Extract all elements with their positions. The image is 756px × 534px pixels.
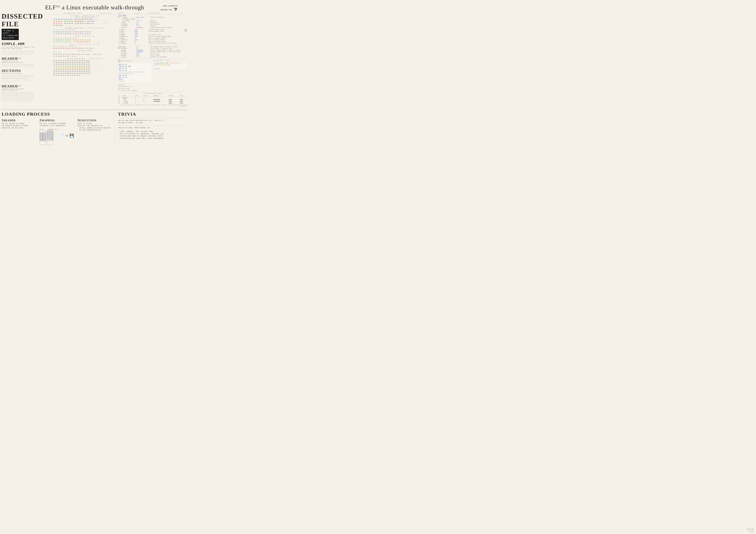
loading-step3: 3 EXECUTION ENTRY IS CALLED SYSCALLS* AR… (77, 118, 113, 145)
section2-fields: 2 p_type1***THE SEGMENT SHOULD BE LOADED… (118, 46, 187, 58)
loading-section: LOADING PROCESS 1 HEADER THE ELF HEADER … (2, 112, 113, 145)
strings-val-text: 'Hello World\n', 0 (118, 86, 132, 87)
sht-col-flags: FLAGS (143, 95, 152, 97)
sht-row-1-address: 0x8000060 (152, 99, 168, 100)
sht-row-1-offset: 0x60 (168, 99, 179, 100)
step2-heading: 2 MAPPING (40, 118, 75, 123)
asm-line8: svc 0 (119, 79, 151, 80)
sht-row-2-address: 0x8000080 (152, 100, 168, 102)
load-seg-label: LOAD Segment (42, 133, 43, 140)
sht-hex-rows: 00 00 00 00 00 00 00 00 00 00 00 00 00 0… (53, 60, 116, 76)
hex-bytes-visual: 7f 45 4c 46 01 01 01 00 00 00 00 00 00 0… (2, 51, 52, 55)
simple-arm-desc: 3ALL+1 VERY SMALL SHOWING HOW TO CREATE … (2, 46, 52, 50)
step2-num: 2 (40, 118, 41, 122)
memory-diagram: Offset Virtual Address LOAD Segment p_of… (40, 129, 75, 145)
elf-hex-rows: 7F 45 4C 46 01 01 01 00 00 00 00 00 00 0… (53, 18, 116, 27)
sht-col-type: TYPE (134, 95, 143, 97)
asm-line2: add r1, pc, #28 (119, 65, 151, 67)
bottom-area: LOADING PROCESS 1 HEADER THE ELF HEADER … (2, 110, 187, 145)
trivia-items: - LINUX, ANDROID, *BSD, SOLARIS, BEOS - … (118, 131, 187, 140)
section-names-right-label: SECTION NAMES (118, 88, 187, 89)
file-col: LOAD Segment p_off=0 0x90 (40, 130, 46, 145)
pht-hex-row1-bytes: 01 00 00 00 00 00 00 00 (53, 31, 71, 33)
step1-desc: THE ELF HEADER IS PARSED THE PROGRAM HEA… (2, 123, 37, 129)
data-hex-row1-bytes: 48 65 6C 6C 6F 20 57 6F 72 6C 64 21 0A (53, 47, 83, 49)
asm-section-number: 3 (118, 60, 121, 62)
trivia-text1: THE ELF WAS FIRST SPECIFIED BY U.S.L.* A… (118, 119, 187, 124)
elf-ident-fields: e_ident EI_MAG0x7f, "ELF"CONSTANT SIGNAT… (121, 15, 187, 28)
elf-header-label: ELF HEADER (70, 15, 79, 17)
fields-header: FIELDS VALUES EXPLANATION (118, 13, 187, 14)
sht-row-3: 3 .shrtab 3 0x90 0x19 (118, 102, 187, 104)
elf-hex-row4-ascii: .... · · · (64, 25, 72, 27)
sections-title: SECTIONS (2, 69, 21, 73)
asm-line9: →exit(1); (119, 80, 151, 82)
terminal-box: ~$ uname -m armv7l ~$ ./simple.ARM Hello… (2, 29, 19, 40)
sht-row-1: 1 .text 1 6 0x8000060 0x60 0x20 (118, 99, 187, 100)
asm-line3: mov r0, #1 (119, 67, 151, 69)
step1-num: 1 (2, 118, 3, 122)
data-section-label: DATA — INFORMATION USED BY THE CODE (53, 44, 116, 45)
asm-line4: mov r7, #1 (119, 69, 151, 71)
pht-hex-row2-ascii: .~..~........... (92, 33, 105, 35)
data-sublabel-text: — INFORMATION USED BY THE CODE (74, 44, 100, 45)
pht-label-text: PROGRAM HEADER TABLE (65, 27, 84, 29)
sn-hex-row2-bytes: 72 6F 64 61 74 61 00 (53, 55, 69, 57)
asm-code-box: mov r2, #1 add r1, pc, #28 mov r0, #1 mo… (118, 63, 152, 83)
mem-offset-label: Offset (40, 129, 44, 130)
section-names-values: "" .shrtab .text .rodata (118, 90, 187, 91)
fields-col3: EXPLANATION (149, 13, 187, 14)
step3-line3: - SYSCALL NUMBER IN THE R7 REGISTER (77, 127, 113, 129)
sht-right-title: SECTION HEADER TABLE (118, 93, 187, 94)
sht-row-3-size: 0x19 (179, 102, 187, 104)
c-line3: exit(1); (154, 68, 187, 70)
strings-value: 'Hello World\n', 0 (118, 86, 187, 87)
code-sublabel-text: — EXECUTABLE CODE (80, 36, 94, 37)
sht-row-1-size: 0x20 (179, 99, 187, 100)
step1-heading: 1 HEADER (2, 118, 37, 123)
asm-line1: mov r2, #1 (119, 64, 151, 65)
elf-hex-row2-bytes2: 01 00 00 00 (64, 20, 73, 23)
data-hex-rows: Offset:0x80 Read Addr:0x8000080+13 48 65… (53, 45, 116, 49)
arrow-icon: ⇒ (66, 134, 68, 138)
col-headers: HEXADECIMAL DUMP ASCII DUMP (53, 13, 116, 14)
elf-hex-row2-bytes3: b4 00 00 08 (75, 20, 84, 23)
sht-row-3-offset: 0x90 (168, 102, 179, 104)
hex-rows-header2: 00 00 00 00 00 00 00 00 00 00 00 00 00 0… (2, 92, 52, 101)
trivia-item-3: - MICROCONTROLLERS FROM ATMEL, TEXAS INS… (118, 138, 187, 140)
asm-line6: mov r0, #1 (119, 75, 151, 77)
header1-title: HEADER (2, 57, 18, 61)
asm-c-area: 3 ARM ASSEMBLY mov r2, #1 add r1, pc, #2… (118, 60, 187, 83)
center-panel: HEXADECIMAL DUMP ASCII DUMP ELF HEADER —… (53, 13, 116, 107)
sn-hex-row1-ascii: .shrtab..text.. (92, 53, 103, 55)
sht-row-3-name: .shrtab (122, 102, 134, 104)
va-0x8-label: 0x8000000 p_vaddr (48, 129, 53, 131)
step3-title: EXECUTION (79, 119, 96, 122)
pht-addr-label: Offset:0x40 Read Addr:0x0000000+8 (53, 29, 116, 31)
elf-hex-row2-bytes4: 34 00 00 00 (85, 20, 94, 23)
sht-note: THIS IS THE WHOLE FILE. HOWEVER, MOST EL… (118, 105, 187, 107)
c-code-box: write(STDOUT_FILENO, "hello World\n", le… (153, 61, 187, 70)
header2-block: HEADER2/2 TECHNICAL DETAILS FOR LINKING … (2, 84, 52, 91)
sht-section-label: SECTION HEADER TABLE — LINKING-CONNECTIN… (53, 58, 116, 60)
author-icon: 🦅 (174, 8, 178, 11)
section-names-label: SECTIONS' NAMES (53, 50, 116, 51)
elf-hex-row3-bytes1: 88 00 00 00 (53, 23, 62, 25)
elf-hex-row3-bytes2: 00 00 00 00 (64, 23, 73, 25)
section-names-right-title: SECTION NAMES (118, 88, 130, 89)
left-panel: DISSECTED FILE ~$ uname -m armv7l ~$ ./s… (2, 13, 52, 107)
code-hex-row2-bytes: 00 00 00 EF 01 00 A0 E3 (53, 41, 71, 43)
sn-hex-row1-bytes: 00 2E 73 68 72 74 61 62 00 2E 74 65 78 7… (53, 53, 90, 55)
hex-rows-sections: 01 20 a0 e3 14 10 8f e2 01 00 a0 e3 78 7… (2, 75, 52, 83)
sht-row-0: 0 (null) 0 (118, 97, 187, 99)
elf-hex-row1-bytes: 7F 45 4C 46 01 01 01 00 (53, 18, 72, 20)
sht-row-1-type: 1 (134, 99, 143, 100)
pht-hex-row2-bytes: 7e 00 00 00 7e 00 00 00 (53, 33, 71, 35)
sht-row-0-num: 0 (118, 97, 122, 99)
strings-title-text: STRINGS (118, 84, 124, 86)
sht-right-table: # NAME TYPE FLAGS ADDRESS OFFSET SIZE 0 … (118, 95, 187, 104)
code-addr-label: Offset:0x60 Read Addr:0x8000060+18 (53, 37, 116, 39)
step2-title: MAPPING (41, 119, 55, 122)
header1-subtitle: TECHNICAL DETAILS FOR IDENTIFICATION AND… (2, 61, 23, 63)
data-label-text: DATA (70, 44, 73, 45)
